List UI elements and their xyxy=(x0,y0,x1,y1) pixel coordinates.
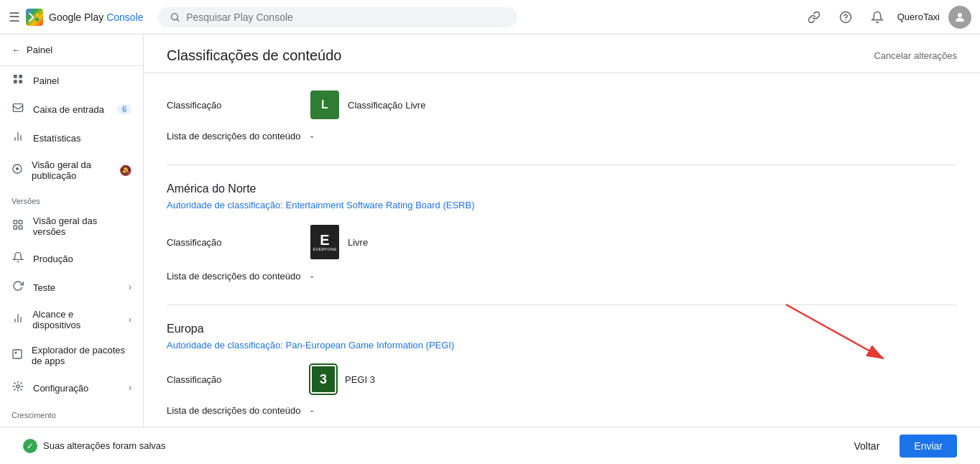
rating-label-europa: Classificação xyxy=(167,374,310,385)
desc-value-america: - xyxy=(310,271,313,282)
producao-icon xyxy=(11,251,24,266)
cancel-changes-link[interactable]: Cancelar alterações xyxy=(874,50,957,61)
svg-rect-7 xyxy=(19,75,22,78)
america-authority[interactable]: Autoridade de classificação: Entertainme… xyxy=(167,200,957,210)
sidebar-item-estatisticas[interactable]: Estatísticas xyxy=(0,124,143,152)
rating-text-default: Classificação Livre xyxy=(348,100,425,111)
europa-authority[interactable]: Autoridade de classificação: Pan-Europea… xyxy=(167,340,957,351)
svg-rect-6 xyxy=(14,75,17,78)
sidebar-item-visao-versoes[interactable]: Visão geral das versões xyxy=(0,208,143,244)
desc-label-default: Lista de descrições do conteúdo xyxy=(167,131,310,141)
caixa-label: Caixa de entrada xyxy=(33,104,104,115)
topbar-left: ☰ Google Play Console xyxy=(9,9,152,26)
svg-point-19 xyxy=(17,385,19,388)
svg-rect-18 xyxy=(15,352,17,354)
visao-publicacao-icon xyxy=(11,163,23,177)
producao-label: Produção xyxy=(33,254,73,264)
save-status-text: Suas alterações foram salvas xyxy=(43,440,166,451)
sidebar-item-caixa[interactable]: Caixa de entrada 6 xyxy=(0,95,143,124)
save-status: ✓ Suas alterações foram salvas xyxy=(23,439,166,453)
content-header: Classificações de conteúdo Cancelar alte… xyxy=(144,34,980,73)
sidebar-item-configuracao[interactable]: Configuração › xyxy=(0,373,143,402)
estatisticas-label: Estatísticas xyxy=(33,133,80,144)
save-check-icon: ✓ xyxy=(23,439,37,453)
versoes-section-title: Versões xyxy=(0,188,143,208)
bottom-bar: ✓ Suas alterações foram salvas Voltar En… xyxy=(0,427,980,464)
svg-point-5 xyxy=(958,13,962,17)
desc-label-america: Lista de descrições do conteúdo xyxy=(167,271,310,282)
menu-icon[interactable]: ☰ xyxy=(9,9,20,25)
rating-label-america: Classificação xyxy=(167,237,310,248)
rating-row-europa: Classificação 3 PEGI 3 xyxy=(167,365,957,394)
configuracao-label: Configuração xyxy=(33,383,88,394)
svg-point-4 xyxy=(845,19,846,21)
section-default: Classificação L Classificação Livre List… xyxy=(167,73,957,165)
user-name: QueroTaxi xyxy=(897,11,940,22)
back-button[interactable]: Voltar xyxy=(843,435,892,458)
back-label: Painel xyxy=(27,45,52,55)
teste-expand-icon: › xyxy=(129,282,131,292)
svg-rect-13 xyxy=(14,221,17,224)
rating-row-america: Classificação E EVERYONE Livre xyxy=(167,225,957,259)
desc-value-europa: - xyxy=(310,405,313,416)
avatar[interactable] xyxy=(948,6,971,29)
section-america: América do Norte Autoridade de classific… xyxy=(167,165,957,305)
svg-point-12 xyxy=(16,167,19,170)
configuracao-icon xyxy=(11,381,24,395)
teste-label: Teste xyxy=(33,282,55,293)
logo-icon xyxy=(26,9,43,26)
sidebar-item-explorador[interactable]: Explorador de pacotes de apps xyxy=(0,338,143,373)
topbar: ☰ Google Play Console QueroTaxi xyxy=(0,0,980,34)
desc-row-america: Lista de descrições do conteúdo - xyxy=(167,271,957,282)
rating-row-default: Classificação L Classificação Livre xyxy=(167,91,957,119)
crescimento-section-title: Crescimento xyxy=(0,402,143,422)
sidebar-item-producao[interactable]: Produção xyxy=(0,244,143,273)
svg-rect-14 xyxy=(19,221,22,224)
alcance-label: Alcance e dispositivos xyxy=(32,309,120,330)
section-europa: Europa Autoridade de classificação: Pan-… xyxy=(167,305,957,427)
svg-point-1 xyxy=(35,17,39,21)
svg-rect-8 xyxy=(14,80,17,83)
svg-point-0 xyxy=(35,13,39,17)
visao-versoes-label: Visão geral das versões xyxy=(33,215,131,237)
send-button[interactable]: Enviar xyxy=(900,435,957,458)
painel-icon xyxy=(11,73,24,88)
sidebar-item-teste[interactable]: Teste › xyxy=(0,273,143,302)
sidebar-item-alcance[interactable]: Alcance e dispositivos › xyxy=(0,302,143,338)
search-icon xyxy=(170,11,180,23)
svg-rect-15 xyxy=(14,226,17,229)
svg-rect-16 xyxy=(19,226,22,229)
pegi-badge: 3 xyxy=(310,365,336,394)
sidebar: ← Painel Painel Caixa de entrada 6 Estat… xyxy=(0,34,144,427)
notifications-icon[interactable] xyxy=(866,6,889,29)
rating-label-default: Classificação xyxy=(167,100,310,111)
sidebar-item-visao-publicacao[interactable]: Visão geral da publicação 🔕 xyxy=(0,152,143,188)
search-bar[interactable] xyxy=(158,7,517,27)
desc-value-default: - xyxy=(310,131,313,141)
svg-rect-17 xyxy=(13,350,22,358)
sidebar-item-painel[interactable]: Painel xyxy=(0,66,143,95)
link-icon[interactable] xyxy=(803,6,826,29)
page-title: Classificações de conteúdo xyxy=(167,47,341,64)
main-content: Classificações de conteúdo Cancelar alte… xyxy=(144,34,980,427)
help-icon[interactable] xyxy=(834,6,857,29)
alcance-expand-icon: › xyxy=(129,315,131,325)
back-to-all-apps[interactable]: ← Painel xyxy=(0,34,143,66)
back-arrow-icon: ← xyxy=(11,45,21,55)
search-input[interactable] xyxy=(186,11,506,23)
estatisticas-icon xyxy=(11,131,24,145)
alcance-icon xyxy=(11,312,24,327)
svg-rect-10 xyxy=(13,104,22,112)
versoes-icon xyxy=(11,219,24,233)
teste-icon xyxy=(11,280,24,294)
esrb-badge: E EVERYONE xyxy=(310,225,339,259)
sidebar-item-presenca[interactable]: ▼ Presença na loja xyxy=(0,422,143,427)
caixa-badge: 6 xyxy=(117,104,131,114)
caixa-icon xyxy=(11,102,24,116)
app-title: Google Play Console xyxy=(49,11,144,23)
desc-label-europa: Lista de descrições do conteúdo xyxy=(167,405,310,416)
painel-label: Painel xyxy=(33,75,59,86)
visao-publicacao-label: Visão geral da publicação xyxy=(32,159,111,181)
explorador-label: Explorador de pacotes de apps xyxy=(32,345,131,366)
configuracao-expand-icon: › xyxy=(129,383,131,393)
